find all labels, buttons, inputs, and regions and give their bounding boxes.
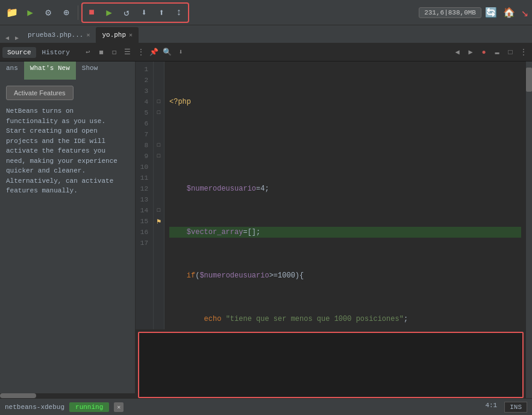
line-numbers: 1 2 3 4 5 6 7 8 9 10 11 12 13 14 15 16 1 bbox=[136, 62, 154, 329]
editor-wrapper: 1 2 3 4 5 6 7 8 9 10 11 12 13 14 15 16 1 bbox=[136, 62, 532, 398]
tab-prueba3-close[interactable]: ✕ bbox=[86, 31, 90, 39]
step-btn-5[interactable]: ↕ bbox=[171, 4, 187, 21]
icon-btn-2[interactable]: 🏠 bbox=[501, 4, 518, 21]
tab-prueba3[interactable]: prueba3.php... ✕ bbox=[22, 27, 96, 43]
left-panel-description: NetBeans turns on functionality as you u… bbox=[6, 106, 129, 196]
left-panel: ans What's New Show Activate Features Ne… bbox=[0, 62, 136, 398]
fold-column: □ □ □ □ □ ⚑ bbox=[154, 62, 164, 329]
toolbar-btn-4[interactable]: ⊕ bbox=[58, 4, 75, 21]
toolbar-btn-1[interactable]: 📁 bbox=[4, 4, 20, 21]
tab-prueba3-label: prueba3.php... bbox=[28, 31, 83, 39]
status-position: 4:1 bbox=[485, 402, 497, 413]
stop-btn[interactable]: ■ bbox=[83, 4, 100, 21]
line-icon-15: ⚑ bbox=[154, 216, 164, 227]
separator-1 bbox=[78, 5, 78, 20]
editor-icon-1[interactable]: ↩ bbox=[82, 46, 94, 59]
code-line-1: <?php bbox=[169, 97, 521, 107]
status-stop-btn[interactable]: ✕ bbox=[114, 402, 124, 412]
left-panel-scrollbar-thumb bbox=[0, 393, 36, 398]
code-editor[interactable]: <?php $numerodeusuario=4; ➤ $vector_arra… bbox=[164, 62, 526, 329]
status-session: netbeans-xdebug bbox=[5, 404, 64, 411]
scrollbar-thumb bbox=[526, 68, 532, 92]
tab-nav-right[interactable]: ▶ bbox=[12, 33, 22, 43]
nav-back-btn[interactable]: ◀ bbox=[451, 46, 463, 59]
code-line-3: $numerodeusuario=4; bbox=[169, 183, 521, 194]
fold-8[interactable]: □ bbox=[154, 140, 164, 151]
status-mode: INS bbox=[504, 402, 527, 413]
editor-icon-6[interactable]: 📌 bbox=[148, 46, 160, 59]
icon-btn-1[interactable]: 🔄 bbox=[483, 4, 499, 21]
editor-area: 1 2 3 4 5 6 7 8 9 10 11 12 13 14 15 16 1 bbox=[136, 62, 526, 398]
maximize-editor-btn[interactable]: □ bbox=[504, 46, 516, 59]
left-tab-show[interactable]: Show bbox=[76, 62, 104, 80]
debug-toolbar-group: ■ ▶ ↺ ⬇ ⬆ ↕ bbox=[81, 2, 189, 23]
code-line-6: echo "tiene que ser menos que 1000 posic… bbox=[169, 314, 521, 325]
status-right: 4:1 INS bbox=[485, 402, 527, 413]
tab-yo-php[interactable]: yo.php ✕ bbox=[96, 27, 139, 43]
fold-14[interactable]: □ bbox=[154, 205, 164, 216]
editor-icon-4[interactable]: ☰ bbox=[122, 46, 134, 59]
toolbar-right-group: 🔄 🏠 ↘ bbox=[483, 4, 528, 21]
status-bar: netbeans-xdebug running ✕ 4:1 INS bbox=[0, 398, 532, 415]
tab-yo-php-label: yo.php bbox=[102, 31, 126, 39]
code-line-2 bbox=[169, 140, 521, 151]
output-terminal[interactable] bbox=[138, 332, 524, 398]
step-over-btn[interactable]: ↺ bbox=[118, 4, 135, 21]
run-btn[interactable]: ▶ bbox=[101, 4, 117, 21]
editor-icon-7[interactable]: 🔍 bbox=[161, 46, 174, 59]
code-line-4: ➤ $vector_array=[]; bbox=[169, 227, 521, 238]
toolbar-btn-play[interactable]: ▶ bbox=[22, 4, 39, 21]
left-tab-whats-new[interactable]: What's New bbox=[24, 62, 76, 80]
tab-nav-left[interactable]: ◀ bbox=[2, 33, 12, 43]
main-toolbar: 📁 ▶ ⚙ ⊕ ■ ▶ ↺ ⬇ ⬆ ↕ 231,6|838,0MB 🔄 🏠 ↘ bbox=[0, 0, 532, 25]
source-tab[interactable]: Source bbox=[2, 47, 36, 58]
editor-icon-5[interactable]: ⋮ bbox=[135, 46, 147, 59]
arrow-indicator: ↘ bbox=[521, 5, 528, 20]
more-options-btn[interactable]: ⋮ bbox=[518, 46, 530, 59]
left-panel-tabs: ans What's New Show bbox=[0, 62, 135, 80]
secondary-toolbar-right: ◀ ▶ ● ▬ □ ⋮ bbox=[451, 46, 530, 59]
left-panel-content: Activate Features NetBeans turns on func… bbox=[0, 80, 135, 393]
left-panel-scrollbar[interactable] bbox=[0, 393, 135, 398]
activate-features-btn[interactable]: Activate Features bbox=[6, 86, 74, 100]
status-running: running bbox=[69, 402, 109, 412]
minimize-editor-btn[interactable]: ▬ bbox=[491, 46, 503, 59]
secondary-toolbar: Source History ↩ ◼ ◻ ☰ ⋮ 📌 🔍 ⬇ ◀ ▶ ● ▬ □… bbox=[0, 43, 532, 62]
tab-bar: ◀ ▶ prueba3.php... ✕ yo.php ✕ bbox=[0, 25, 532, 43]
fold-5[interactable]: □ bbox=[154, 107, 164, 118]
editor-icon-3[interactable]: ◻ bbox=[108, 46, 120, 59]
code-content[interactable]: 1 2 3 4 5 6 7 8 9 10 11 12 13 14 15 16 1 bbox=[136, 62, 526, 329]
step-into-btn[interactable]: ⬇ bbox=[136, 4, 152, 21]
left-tab-ans[interactable]: ans bbox=[0, 62, 24, 80]
editor-icon-2[interactable]: ◼ bbox=[95, 46, 107, 59]
history-tab[interactable]: History bbox=[37, 47, 75, 58]
editor-scrollbar[interactable] bbox=[526, 62, 532, 398]
nav-forward-btn[interactable]: ▶ bbox=[465, 46, 477, 59]
step-out-btn[interactable]: ⬆ bbox=[153, 4, 170, 21]
memory-status: 231,6|838,0MB bbox=[419, 7, 481, 18]
editor-icon-bar: ↩ ◼ ◻ ☰ ⋮ 📌 🔍 ⬇ bbox=[82, 46, 187, 59]
editor-icon-8[interactable]: ⬇ bbox=[175, 46, 187, 59]
tab-yo-php-close[interactable]: ✕ bbox=[129, 31, 133, 39]
main-area: ans What's New Show Activate Features Ne… bbox=[0, 62, 532, 398]
toolbar-btn-3[interactable]: ⚙ bbox=[40, 4, 57, 21]
fold-9[interactable]: □ bbox=[154, 151, 164, 162]
code-line-5: if($numerodeusuario>=1000){ bbox=[169, 270, 521, 281]
fold-4[interactable]: □ bbox=[154, 97, 164, 107]
close-editor-btn[interactable]: ● bbox=[478, 46, 490, 59]
